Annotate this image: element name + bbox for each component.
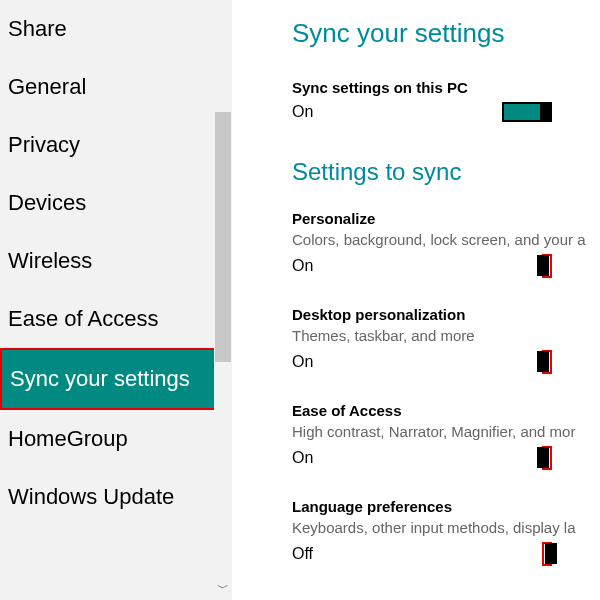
setting-state: On	[292, 103, 313, 121]
toggle-knob	[537, 447, 549, 468]
sidebar-item-general[interactable]: General	[0, 58, 232, 116]
section-title: Settings to sync	[292, 158, 600, 186]
sidebar-item-windows-update[interactable]: Windows Update	[0, 468, 232, 526]
sidebar-item-sync-your-settings[interactable]: Sync your settings	[0, 348, 232, 410]
sidebar-item-homegroup[interactable]: HomeGroup	[0, 410, 232, 468]
setting-label: Desktop personalization	[292, 306, 600, 323]
highlight-box	[542, 542, 552, 566]
sidebar-item-privacy[interactable]: Privacy	[0, 116, 232, 174]
setting-label: Ease of Access	[292, 402, 600, 419]
setting-label: Sync settings on this PC	[292, 79, 600, 96]
toggle-personalize[interactable]	[545, 255, 549, 276]
setting-label: Language preferences	[292, 498, 600, 515]
toggle-knob	[537, 255, 549, 276]
setting-description: Keyboards, other input methods, display …	[292, 519, 600, 536]
setting-sync-master: Sync settings on this PC On	[292, 79, 600, 122]
setting-label: Personalize	[292, 210, 600, 227]
setting-personalize: Personalize Colors, background, lock scr…	[292, 210, 600, 278]
setting-description: Colors, background, lock screen, and you…	[292, 231, 600, 248]
highlight-box	[542, 254, 552, 278]
toggle-knob	[537, 351, 549, 372]
highlight-box	[542, 350, 552, 374]
toggle-language-preferences[interactable]	[545, 543, 549, 564]
sidebar-item-share[interactable]: Share	[0, 0, 232, 58]
sidebar-item-wireless[interactable]: Wireless	[0, 232, 232, 290]
toggle-desktop-personalization[interactable]	[545, 351, 549, 372]
toggle-sync-master[interactable]	[502, 102, 552, 122]
settings-sidebar: Share General Privacy Devices Wireless E…	[0, 0, 232, 600]
toggle-knob	[540, 102, 552, 122]
setting-ease-of-access: Ease of Access High contrast, Narrator, …	[292, 402, 600, 470]
setting-state: On	[292, 257, 313, 275]
toggle-knob	[545, 543, 557, 564]
chevron-down-icon[interactable]: ﹀	[214, 580, 232, 598]
toggle-ease-of-access[interactable]	[545, 447, 549, 468]
setting-desktop-personalization: Desktop personalization Themes, taskbar,…	[292, 306, 600, 374]
scrollbar-thumb[interactable]	[215, 112, 231, 362]
sidebar-item-ease-of-access[interactable]: Ease of Access	[0, 290, 232, 348]
setting-description: Themes, taskbar, and more	[292, 327, 600, 344]
settings-main-panel: Sync your settings Sync settings on this…	[232, 0, 600, 600]
setting-description: High contrast, Narrator, Magnifier, and …	[292, 423, 600, 440]
setting-state: On	[292, 449, 313, 467]
setting-language-preferences: Language preferences Keyboards, other in…	[292, 498, 600, 566]
sidebar-scrollbar[interactable]: ﹀	[214, 0, 232, 600]
highlight-box	[542, 446, 552, 470]
sidebar-item-devices[interactable]: Devices	[0, 174, 232, 232]
setting-state: Off	[292, 545, 313, 563]
setting-state: On	[292, 353, 313, 371]
page-title: Sync your settings	[292, 18, 600, 49]
